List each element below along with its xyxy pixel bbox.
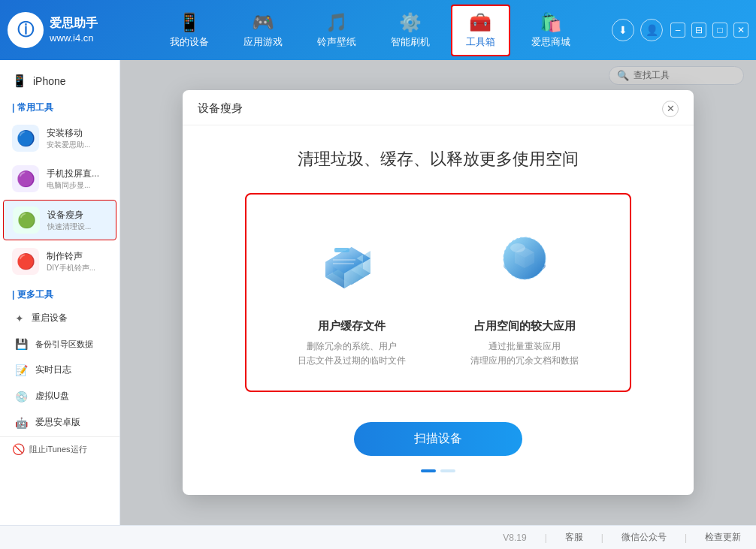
option-user-cache-name: 用户缓存文件 <box>318 319 386 333</box>
dialog-overlay: 设备瘦身 ✕ 清理垃圾、缓存、以释放更多使用空间 <box>120 60 756 525</box>
version-label: V8.19 <box>503 532 526 543</box>
section-title-common: | 常用工具 <box>0 95 119 117</box>
logo-text: 爱思助手 www.i4.cn <box>50 15 98 46</box>
close-button[interactable]: ✕ <box>733 23 748 38</box>
sidebar-item-device-slim[interactable]: 🟢 设备瘦身 快速清理设... <box>3 200 116 240</box>
maximize-button[interactable]: □ <box>712 23 727 38</box>
nav-items: 📱 我的设备 🎮 应用游戏 🎵 铃声壁纸 ⚙️ 智能刷机 🧰 工具箱 🛍️ 爱思… <box>128 5 612 56</box>
backup-icon: 💾 <box>15 338 28 350</box>
make-ringtone-icon: 🔴 <box>12 248 39 275</box>
smart-flash-icon: ⚙️ <box>399 12 422 33</box>
check-update-link[interactable]: 检查更新 <box>705 531 741 544</box>
sidebar-device-item[interactable]: 📱 iPhone <box>0 66 119 95</box>
option-large-apps[interactable]: 占用空间的较大应用 通过批量重装应用清理应用的冗余文档和数据 <box>449 217 600 368</box>
svg-rect-8 <box>334 248 349 252</box>
block-itunes-icon: 🚫 <box>12 443 25 455</box>
customer-service-link[interactable]: 客服 <box>565 531 583 544</box>
restore-button[interactable]: ⊟ <box>691 23 706 38</box>
large-apps-icon-area <box>479 217 570 307</box>
nav-item-aisi-shop[interactable]: 🛍️ 爱思商城 <box>518 6 584 55</box>
section-title-more: | 更多工具 <box>0 282 119 304</box>
option-user-cache[interactable]: 用户缓存文件 删除冗余的系统、用户日志文件及过期的临时文件 <box>277 217 427 368</box>
sidebar-item-backup-guide[interactable]: 💾 备份引导区数据 <box>3 332 116 356</box>
user-cache-3d-icon <box>310 221 393 303</box>
dialog-close-button[interactable]: ✕ <box>662 101 679 117</box>
dialog-subtitle: 清理垃圾、缓存、以释放更多使用空间 <box>298 148 579 170</box>
block-itunes-toggle[interactable]: 🚫 阻止iTunes运行 <box>0 437 119 461</box>
device-slim-icon: 🟢 <box>13 207 40 234</box>
sidebar-item-reset-device[interactable]: ✦ 重启设备 <box>3 306 116 330</box>
sidebar-item-make-ringtone[interactable]: 🔴 制作铃声 DIY手机铃声... <box>3 242 116 281</box>
sidebar-item-install-app[interactable]: 🔵 安装移动 安装爱思助... <box>3 119 116 158</box>
toolbox-icon: 🧰 <box>469 12 491 33</box>
content-area: 🔍 设备瘦身 ✕ 清理垃圾、缓存、以释放更多使用空间 <box>120 60 756 525</box>
sidebar-item-realtime-log[interactable]: 📝 实时日志 <box>3 357 116 382</box>
install-app-icon: 🔵 <box>12 125 39 152</box>
nav-item-ringtone[interactable]: 🎵 铃声壁纸 <box>304 6 370 55</box>
my-device-icon: 📱 <box>178 12 201 33</box>
logo-icon: ⓘ <box>8 12 44 48</box>
main-layout: 📱 iPhone | 常用工具 🔵 安装移动 安装爱思助... 🟣 手机投屏直.… <box>0 60 756 525</box>
user-profile-button[interactable]: 👤 <box>640 19 663 41</box>
log-icon: 📝 <box>15 364 28 376</box>
device-slim-dialog: 设备瘦身 ✕ 清理垃圾、缓存、以释放更多使用空间 <box>183 90 694 495</box>
logo-area: ⓘ 爱思助手 www.i4.cn <box>8 12 128 48</box>
option-large-apps-name: 占用空间的较大应用 <box>474 319 576 333</box>
wechat-public-link[interactable]: 微信公众号 <box>621 531 667 544</box>
nav-item-toolbox[interactable]: 🧰 工具箱 <box>451 5 510 56</box>
nav-item-my-device[interactable]: 📱 我的设备 <box>156 6 222 55</box>
user-icons: ⬇ 👤 <box>612 19 663 41</box>
reset-device-icon: ✦ <box>15 312 24 324</box>
dialog-header: 设备瘦身 ✕ <box>183 90 694 125</box>
option-user-cache-desc: 删除冗余的系统、用户日志文件及过期的临时文件 <box>298 339 406 368</box>
minimize-button[interactable]: – <box>670 23 685 38</box>
scan-button[interactable]: 扫描设备 <box>354 422 522 456</box>
bottom-bar: V8.19 | 客服 | 微信公众号 | 检查更新 <box>0 525 756 549</box>
nav-item-apps[interactable]: 🎮 应用游戏 <box>230 6 296 55</box>
iphone-icon: 📱 <box>12 74 27 88</box>
udisk-icon: 💿 <box>15 391 28 403</box>
option-large-apps-desc: 通过批量重装应用清理应用的冗余文档和数据 <box>470 339 579 368</box>
aisi-shop-icon: 🛍️ <box>540 12 562 33</box>
window-controls: – ⊟ □ ✕ <box>670 23 748 38</box>
nav-item-smart-flash[interactable]: ⚙️ 智能刷机 <box>377 6 443 55</box>
titlebar: ⓘ 爱思助手 www.i4.cn 📱 我的设备 🎮 应用游戏 🎵 铃声壁纸 ⚙️… <box>0 0 756 60</box>
sidebar-item-screen-mirror[interactable]: 🟣 手机投屏直... 电脑同步显... <box>3 159 116 198</box>
screen-mirror-icon: 🟣 <box>12 165 39 192</box>
large-apps-3d-icon <box>483 221 566 303</box>
sidebar-item-aisi-android[interactable]: 🤖 爱思安卓版 <box>3 410 116 435</box>
sidebar: 📱 iPhone | 常用工具 🔵 安装移动 安装爱思助... 🟣 手机投屏直.… <box>0 60 120 525</box>
ringtone-icon: 🎵 <box>325 12 348 33</box>
dialog-title: 设备瘦身 <box>198 101 243 116</box>
options-container: 用户缓存文件 删除冗余的系统、用户日志文件及过期的临时文件 <box>245 193 631 392</box>
download-button[interactable]: ⬇ <box>612 19 634 41</box>
sidebar-item-virtual-udisk[interactable]: 💿 虚拟U盘 <box>3 384 116 409</box>
android-icon: 🤖 <box>15 417 28 429</box>
user-cache-icon-area <box>307 217 397 307</box>
apps-icon: 🎮 <box>252 12 274 33</box>
